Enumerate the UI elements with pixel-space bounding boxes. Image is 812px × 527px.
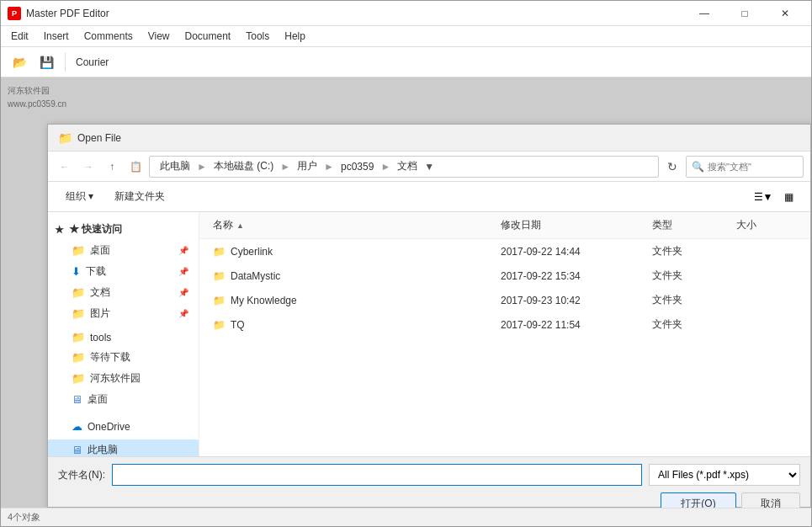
pc-icon: 🖥 [72,444,82,456]
title-bar-controls: — □ ✕ [685,1,804,26]
filename-label: 文件名(N): [58,468,105,482]
file-item-cyberlink[interactable]: 📁 Cyberlink 2017-09-22 14:44 文件夹 [199,239,810,264]
col-header-date[interactable]: 修改日期 [497,216,649,235]
nav-waiting[interactable]: 📁 等待下载 [48,347,199,368]
nav-pictures[interactable]: 📁 图片 📌 [48,303,199,324]
desktop-icon: 🖥 [72,393,82,406]
file-date-tq: 2017-09-22 11:54 [497,315,649,334]
nav-downloads-label: 下载 [86,264,106,279]
col-header-type[interactable]: 类型 [649,216,733,235]
menu-bar: Edit Insert Comments View Document Tools… [1,26,811,47]
menu-document[interactable]: Document [178,28,238,45]
view-list-button[interactable]: ☰▼ [751,186,775,208]
pin-icon: 📌 [178,246,188,255]
nav-desktop1[interactable]: 📁 桌面 📌 [48,240,199,261]
open-file-dialog: 📁 Open File ← → ↑ 📋 此电脑 ► 本地磁盘 (C:) ► 用户 [47,124,811,508]
status-bar: 4个对象 [1,508,811,526]
file-type-datamystic: 文件夹 [649,266,733,285]
col-header-name[interactable]: 名称 ▲ [210,216,497,235]
nav-thispc-label: 此电脑 [88,443,118,456]
nav-recent-button[interactable]: 📋 [125,157,146,177]
nav-onedrive-label: OneDrive [88,421,130,433]
nav-downloads[interactable]: ⬇ 下载 📌 [48,261,199,282]
search-input[interactable] [708,162,798,172]
quick-access-section: ★ ★ 快速访问 📁 桌面 📌 ⬇ 下载 📌 [48,219,199,324]
nav-pictures-label: 图片 [90,306,110,321]
filename-input[interactable] [112,464,642,486]
dialog-title-icon: 📁 [58,131,72,145]
minimize-button[interactable]: — [685,1,724,26]
file-item-datamystic[interactable]: 📁 DataMystic 2017-09-22 15:34 文件夹 [199,264,810,288]
nav-desktop1-label: 桌面 [90,243,110,258]
address-bar: ← → ↑ 📋 此电脑 ► 本地磁盘 (C:) ► 用户 ► pc0359 ► … [48,152,810,182]
folder-icon-hedong: 📁 [72,372,85,385]
col-header-size[interactable]: 大小 [733,216,800,235]
nav-desktop2[interactable]: 🖥 桌面 [48,389,199,410]
status-text: 4个对象 [8,511,40,524]
file-date-cyberlink: 2017-09-22 14:44 [497,242,649,261]
menu-help[interactable]: Help [278,28,312,45]
nav-documents[interactable]: 📁 文档 📌 [48,282,199,303]
close-button[interactable]: ✕ [766,1,804,26]
file-size-datamystic [733,266,800,285]
main-area: Pages Bookmarks Attachment Search 河东软件园 … [1,77,811,508]
path-drive[interactable]: 本地磁盘 (C:) [210,157,277,175]
folder-icon-myknowledge: 📁 [213,295,226,306]
menu-view[interactable]: View [141,28,177,45]
folder-icon-docs: 📁 [72,286,85,299]
open-button[interactable]: 打开(O) [661,492,736,508]
sort-arrow: ▲ [236,221,244,230]
toolbar-save[interactable]: 💾 [34,51,58,74]
file-item-tq[interactable]: 📁 TQ 2017-09-22 11:54 文件夹 [199,312,810,337]
dialog-title-bar: 📁 Open File [48,125,810,152]
nav-up-button[interactable]: ↑ [102,157,122,177]
nav-tools-label: tools [90,332,111,343]
menu-tools[interactable]: Tools [239,28,276,45]
path-dropdown-icon[interactable]: ▼ [424,161,438,173]
nav-back-button[interactable]: ← [55,157,75,177]
quick-access-label: ★ 快速访问 [69,222,122,237]
nav-onedrive[interactable]: ☁ OneDrive [48,417,199,436]
nav-forward-button[interactable]: → [78,157,98,177]
filetype-select[interactable]: All Files (*.pdf *.xps) [649,464,800,486]
file-size-myknowledge [733,290,800,310]
onedrive-icon: ☁ [72,420,82,433]
nav-tools[interactable]: 📁 tools [48,327,199,347]
file-name-myknowledge: 📁 My Knowledge [210,290,497,310]
file-size-cyberlink [733,242,800,261]
app-title: Master PDF Editor [26,8,109,19]
pdf-area: 河东软件园 www.pc0359.cn 📁 Open File ← → ↑ 📋 [1,77,811,508]
nav-hedong[interactable]: 📁 河东软件园 [48,368,199,389]
pin-icon-dl: 📌 [178,267,188,276]
menu-comments[interactable]: Comments [77,28,140,45]
dialog-toolbar: 组织 ▾ 新建文件夹 ☰▼ ▦ [48,182,810,212]
path-docs[interactable]: 文档 [394,157,421,175]
menu-insert[interactable]: Insert [37,28,76,45]
path-users[interactable]: 用户 [294,157,321,175]
pin-icon-pics: 📌 [178,309,188,318]
toolbar-open[interactable]: 📂 [8,51,31,74]
dialog-bottom: 文件名(N): All Files (*.pdf *.xps) 打开(O) 取消 [48,456,810,507]
cancel-button[interactable]: 取消 [741,492,800,508]
organize-button[interactable]: 组织 ▾ [58,186,101,208]
file-name-tq: 📁 TQ [210,315,497,334]
folder-icon-cyberlink: 📁 [213,246,226,258]
refresh-button[interactable]: ↻ [662,157,682,177]
path-thispc[interactable]: 此电脑 [157,157,194,175]
quick-access-header[interactable]: ★ ★ 快速访问 [48,219,199,240]
nav-waiting-label: 等待下载 [90,350,130,365]
file-item-myknowledge[interactable]: 📁 My Knowledge 2017-09-23 10:42 文件夹 [199,288,810,312]
dialog-content: ★ ★ 快速访问 📁 桌面 📌 ⬇ 下载 📌 [48,212,810,456]
maximize-button[interactable]: □ [725,1,764,26]
new-folder-button[interactable]: 新建文件夹 [108,186,172,208]
path-user[interactable]: pc0359 [337,159,377,174]
folder-icon-waiting: 📁 [72,351,85,364]
view-details-button[interactable]: ▦ [777,186,800,208]
file-list: 名称 ▲ 修改日期 类型 大小 [199,212,810,456]
menu-edit[interactable]: Edit [4,28,35,45]
action-row: 打开(O) 取消 [58,492,800,508]
file-type-cyberlink: 文件夹 [649,242,733,261]
nav-thispc[interactable]: 🖥 此电脑 [48,439,199,456]
nav-desktop2-label: 桌面 [88,392,108,407]
file-date-myknowledge: 2017-09-23 10:42 [497,290,649,310]
